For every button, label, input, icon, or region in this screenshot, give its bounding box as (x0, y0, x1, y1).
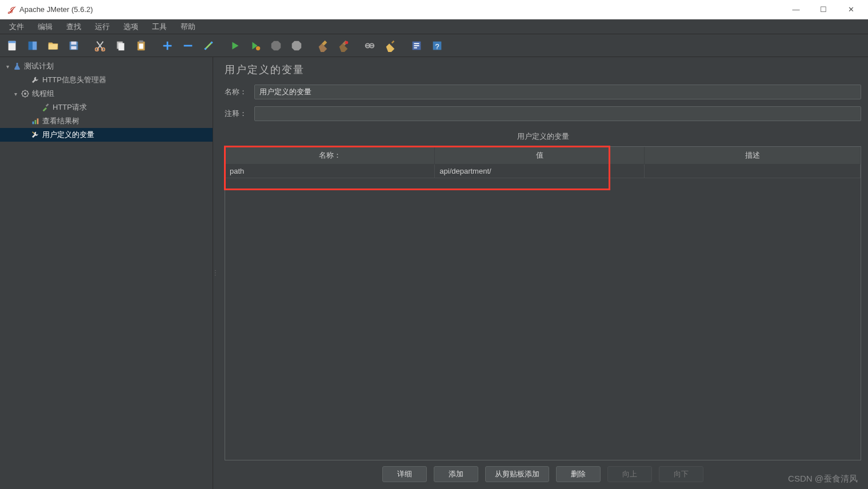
function-helper-button[interactable] (407, 37, 426, 55)
svg-rect-1 (9, 41, 16, 43)
tree-item-label: HTTP请求 (53, 102, 87, 113)
buttons-row: 详细 添加 从剪贴板添加 删除 向上 向下 (225, 460, 861, 484)
tree-test-plan[interactable]: ▾ 测试计划 (0, 59, 213, 73)
variables-section: 用户定义的变量 名称： 值 描述 path (225, 128, 861, 484)
column-header-value[interactable]: 值 (435, 147, 645, 165)
reset-search-button[interactable] (381, 37, 400, 55)
table-row[interactable]: path api/department/ (225, 165, 861, 178)
svg-rect-6 (71, 46, 76, 49)
add-from-clipboard-button[interactable]: 从剪贴板添加 (485, 466, 549, 482)
svg-rect-21 (414, 43, 419, 44)
shutdown-button[interactable] (287, 37, 306, 55)
help-button[interactable]: ? (427, 37, 447, 55)
comment-input[interactable] (254, 106, 861, 121)
tree-http-header-manager[interactable]: HTTP信息头管理器 (0, 73, 213, 87)
name-input[interactable] (254, 85, 861, 99)
menu-bar: 文件 编辑 查找 运行 选项 工具 帮助 (0, 19, 868, 34)
search-button[interactable] (360, 37, 379, 55)
svg-rect-28 (46, 103, 49, 107)
paste-button[interactable] (131, 37, 151, 55)
new-button[interactable] (2, 37, 22, 55)
svg-rect-3 (33, 41, 37, 50)
variables-heading: 用户定义的变量 (225, 128, 861, 146)
stop-button[interactable] (266, 37, 286, 55)
save-button[interactable] (64, 37, 83, 55)
open-button[interactable] (43, 37, 63, 55)
tree-item-label: 用户定义的变量 (42, 130, 94, 140)
svg-rect-13 (139, 43, 143, 49)
comment-label: 注释： (225, 109, 254, 119)
splitter-handle[interactable]: ··· (213, 57, 218, 489)
name-row: 名称： (225, 85, 861, 99)
window-titlebar: 𝒥 Apache JMeter (5.6.2) — ☐ ✕ (0, 0, 868, 19)
tree-panel[interactable]: ▾ 测试计划 HTTP信息头管理器 ▾ 线程组 HTTP请求 查看结果树 用 (0, 57, 213, 489)
toolbar: ? (0, 34, 868, 57)
tree-item-label: 测试计划 (24, 61, 54, 71)
toggle-button[interactable] (199, 37, 218, 55)
column-header-desc[interactable]: 描述 (645, 147, 861, 165)
chart-icon (30, 117, 41, 126)
tree-user-defined-variables[interactable]: 用户定义的变量 (0, 128, 213, 142)
svg-rect-30 (35, 120, 37, 124)
expand-button[interactable] (158, 37, 177, 55)
menu-search[interactable]: 查找 (59, 19, 88, 34)
tree-toggle-icon[interactable]: ▾ (11, 91, 19, 97)
svg-point-16 (256, 46, 260, 50)
svg-rect-22 (414, 45, 419, 46)
templates-button[interactable] (23, 37, 42, 55)
cell-desc[interactable] (645, 165, 861, 178)
panel-title: 用户定义的变量 (225, 63, 861, 77)
comment-row: 注释： (225, 106, 861, 121)
svg-rect-12 (139, 40, 143, 42)
cell-name[interactable]: path (225, 165, 435, 178)
name-label: 名称： (225, 87, 254, 97)
collapse-button[interactable] (178, 37, 198, 55)
svg-rect-5 (71, 41, 76, 45)
column-header-name[interactable]: 名称： (225, 147, 435, 165)
tree-item-label: HTTP信息头管理器 (42, 75, 106, 85)
tree-toggle-icon[interactable]: ▾ (3, 63, 11, 70)
menu-file[interactable]: 文件 (2, 19, 31, 34)
svg-rect-29 (33, 122, 34, 125)
menu-options[interactable]: 选项 (117, 19, 145, 34)
down-button[interactable]: 向下 (659, 466, 703, 482)
svg-point-14 (205, 47, 207, 50)
main-area: ▾ 测试计划 HTTP信息头管理器 ▾ 线程组 HTTP请求 查看结果树 用 (0, 57, 868, 489)
flask-icon (11, 62, 23, 71)
window-controls: — ☐ ✕ (790, 5, 863, 14)
tree-view-results-tree[interactable]: 查看结果树 (0, 114, 213, 128)
wrench-icon (30, 75, 41, 85)
copy-button[interactable] (111, 37, 130, 55)
start-no-pause-button[interactable] (246, 37, 265, 55)
clear-all-button[interactable] (334, 37, 353, 55)
svg-rect-23 (414, 47, 417, 48)
detail-button[interactable]: 详细 (382, 466, 427, 482)
tree-item-label: 线程组 (32, 89, 54, 99)
menu-edit[interactable]: 编辑 (31, 19, 59, 34)
window-minimize-button[interactable]: — (790, 5, 802, 14)
delete-button[interactable]: 删除 (556, 466, 601, 482)
svg-point-17 (345, 41, 349, 44)
window-title: Apache JMeter (5.6.2) (19, 5, 790, 14)
window-close-button[interactable]: ✕ (845, 5, 857, 14)
tree-item-label: 查看结果树 (42, 116, 79, 126)
svg-rect-2 (29, 41, 33, 50)
menu-help[interactable]: 帮助 (174, 19, 202, 34)
menu-tools[interactable]: 工具 (145, 19, 174, 34)
menu-run[interactable]: 运行 (88, 19, 117, 34)
svg-point-15 (211, 41, 213, 43)
dropper-icon (40, 103, 51, 112)
cut-button[interactable] (90, 37, 110, 55)
cell-value[interactable]: api/department/ (435, 165, 645, 178)
tree-thread-group[interactable]: ▾ 线程组 (0, 87, 213, 101)
variables-table-wrap: 名称： 值 描述 path api/department/ (225, 146, 861, 460)
window-maximize-button[interactable]: ☐ (818, 5, 829, 14)
variables-table[interactable]: 名称： 值 描述 path api/department/ (225, 147, 861, 178)
tree-http-request[interactable]: HTTP请求 (0, 101, 213, 114)
clear-button[interactable] (313, 37, 333, 55)
add-button[interactable]: 添加 (434, 466, 478, 482)
start-button[interactable] (225, 37, 245, 55)
up-button[interactable]: 向上 (607, 466, 652, 482)
editor-panel: 用户定义的变量 名称： 注释： 用户定义的变量 名称： 值 描述 (218, 57, 868, 489)
svg-rect-31 (37, 118, 39, 124)
